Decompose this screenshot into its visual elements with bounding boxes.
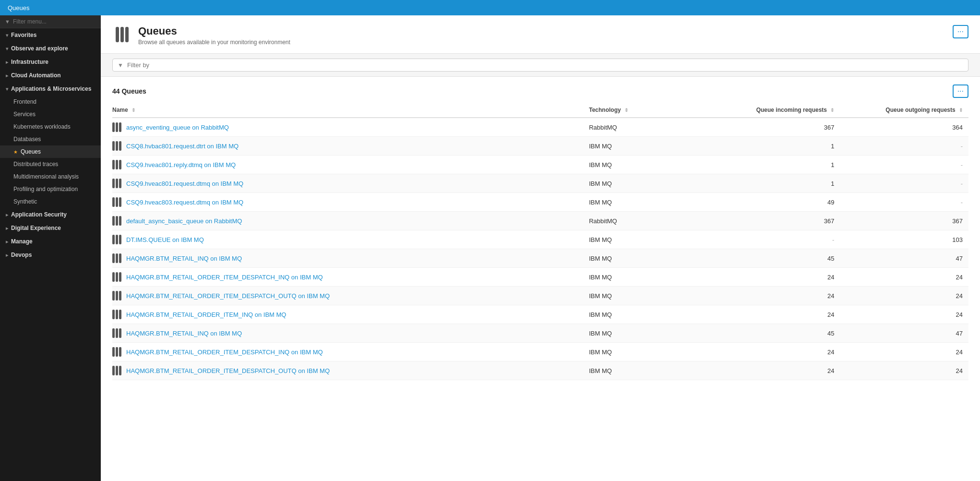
queue-name-link[interactable]: HAQMGR.BTM_RETAIL_ORDER_ITEM_DESPATCH_OU… (126, 292, 330, 300)
cell-outgoing: - (840, 156, 968, 174)
cell-name: CSQ9.hveac801.request.dtmq on IBM MQ (112, 174, 583, 193)
sidebar-item-queues[interactable]: ★ Queues (0, 145, 101, 158)
chevron-icon: ▸ (6, 226, 8, 231)
table-more-button[interactable]: ··· (953, 84, 968, 98)
queue-name-link[interactable]: CSQ8.hvbac801.request.dtrt on IBM MQ (126, 143, 239, 150)
queue-name-link[interactable]: HAQMGR.BTM_RETAIL_INQ on IBM MQ (126, 255, 242, 262)
queue-stripe-1 (116, 27, 119, 42)
table-head: Name ⇕ Technology ⇕ Queue incoming reque… (112, 103, 968, 118)
top-bar-title: Queues (8, 4, 30, 12)
chevron-icon: ▾ (6, 33, 8, 38)
header-more-button[interactable]: ··· (953, 25, 968, 38)
table-row: CSQ9.hveac803.request.dtmq on IBM MQ IBM… (112, 193, 968, 212)
cell-technology: RabbitMQ (583, 212, 712, 230)
queue-row-icon (112, 141, 121, 151)
queue-row-icon (112, 310, 121, 319)
cell-technology: IBM MQ (583, 156, 712, 174)
table-row: DT.IMS.QUEUE on IBM MQ IBM MQ - 103 (112, 230, 968, 249)
sort-icon-tech: ⇕ (624, 108, 628, 113)
cell-incoming: 45 (712, 324, 840, 343)
col-header-name[interactable]: Name ⇕ (112, 103, 583, 118)
filter-input-wrapper: ▼ (112, 59, 968, 72)
sidebar-group-apps[interactable]: ▾ Applications & Microservices (0, 82, 101, 96)
cell-outgoing: - (840, 137, 968, 156)
table-body: async_eventing_queue on RabbitMQ RabbitM… (112, 118, 968, 380)
sidebar-item-services[interactable]: Services (0, 108, 101, 120)
queue-name-link[interactable]: CSQ9.hveac803.request.dtmq on IBM MQ (126, 199, 243, 206)
cell-incoming: 1 (712, 156, 840, 174)
filter-input[interactable] (127, 61, 963, 69)
queue-name-link[interactable]: HAQMGR.BTM_RETAIL_INQ on IBM MQ (126, 330, 242, 337)
cell-technology: IBM MQ (583, 343, 712, 361)
sidebar-item-multidim[interactable]: Multidimensional analysis (0, 170, 101, 183)
cell-technology: IBM MQ (583, 361, 712, 380)
table-row: CSQ9.hveac801.reply.dtmq on IBM MQ IBM M… (112, 156, 968, 174)
cell-outgoing: 24 (840, 343, 968, 361)
cell-technology: IBM MQ (583, 287, 712, 305)
queue-name-link[interactable]: HAQMGR.BTM_RETAIL_ORDER_ITEM_DESPATCH_IN… (126, 349, 323, 356)
sidebar-group-devops[interactable]: ▸ Devops (0, 248, 101, 262)
sidebar-item-frontend[interactable]: Frontend (0, 96, 101, 108)
sidebar-item-synthetic[interactable]: Synthetic (0, 195, 101, 208)
sort-icon-name: ⇕ (131, 108, 135, 113)
cell-name: HAQMGR.BTM_RETAIL_ORDER_ITEM_DESPATCH_OU… (112, 287, 583, 305)
queue-name-link[interactable]: async_eventing_queue on RabbitMQ (126, 124, 229, 131)
cell-outgoing: 367 (840, 212, 968, 230)
page-subtitle: Browse all queues available in your moni… (138, 39, 290, 46)
sidebar-group-favorites[interactable]: ▾ Favorites (0, 28, 101, 42)
queue-stripe-3 (125, 27, 129, 42)
queue-name-link[interactable]: HAQMGR.BTM_RETAIL_ORDER_ITEM_DESPATCH_OU… (126, 367, 330, 374)
cell-incoming: 24 (712, 305, 840, 324)
cell-incoming: - (712, 230, 840, 249)
queue-row-icon (112, 272, 121, 282)
sidebar-item-profiling[interactable]: Profiling and optimization (0, 183, 101, 195)
sidebar-group-app-security[interactable]: ▸ Application Security (0, 208, 101, 221)
col-header-technology[interactable]: Technology ⇕ (583, 103, 712, 118)
queue-icon (116, 27, 129, 42)
cell-technology: IBM MQ (583, 324, 712, 343)
cell-name: HAQMGR.BTM_RETAIL_ORDER_ITEM_DESPATCH_OU… (112, 361, 583, 380)
cell-name: CSQ9.hveac803.request.dtmq on IBM MQ (112, 193, 583, 212)
sort-icon-incoming: ⇕ (830, 108, 834, 113)
sidebar-group-infrastructure[interactable]: ▸ Infrastructure (0, 55, 101, 69)
cell-incoming: 49 (712, 193, 840, 212)
filter-icon: ▼ (5, 19, 10, 24)
cell-outgoing: 24 (840, 287, 968, 305)
queue-name-link[interactable]: default_async_basic_queue on RabbitMQ (126, 217, 242, 225)
queue-name-link[interactable]: CSQ9.hveac801.request.dtmq on IBM MQ (126, 180, 243, 187)
queue-name-link[interactable]: HAQMGR.BTM_RETAIL_ORDER_ITEM_DESPATCH_IN… (126, 274, 323, 281)
cell-name: CSQ8.hvbac801.request.dtrt on IBM MQ (112, 137, 583, 156)
queue-row-icon (112, 366, 121, 375)
sidebar-filter-input[interactable] (13, 18, 96, 25)
sidebar-item-distributed[interactable]: Distributed traces (0, 158, 101, 170)
table-row: HAQMGR.BTM_RETAIL_ORDER_ITEM_INQ on IBM … (112, 305, 968, 324)
cell-outgoing: 364 (840, 118, 968, 137)
sidebar-group-cloud[interactable]: ▸ Cloud Automation (0, 69, 101, 82)
col-header-outgoing[interactable]: Queue outgoing requests ⇕ (840, 103, 968, 118)
table-row: CSQ8.hvbac801.request.dtrt on IBM MQ IBM… (112, 137, 968, 156)
page-icon (112, 25, 131, 44)
queue-row-icon (112, 122, 121, 132)
queue-name-link[interactable]: DT.IMS.QUEUE on IBM MQ (126, 236, 204, 243)
sidebar-group-manage[interactable]: ▸ Manage (0, 235, 101, 248)
queue-stripe-2 (120, 27, 124, 42)
queue-row-icon (112, 253, 121, 263)
sidebar-item-kubernetes[interactable]: Kubernetes workloads (0, 120, 101, 133)
cell-outgoing: - (840, 193, 968, 212)
table-row: async_eventing_queue on RabbitMQ RabbitM… (112, 118, 968, 137)
queue-row-icon (112, 160, 121, 169)
queue-name-link[interactable]: HAQMGR.BTM_RETAIL_ORDER_ITEM_INQ on IBM … (126, 311, 286, 318)
cell-incoming: 24 (712, 343, 840, 361)
cell-technology: IBM MQ (583, 230, 712, 249)
col-header-incoming[interactable]: Queue incoming requests ⇕ (712, 103, 840, 118)
page-title-block: Queues Browse all queues available in yo… (138, 25, 290, 46)
sidebar-item-databases[interactable]: Databases (0, 133, 101, 145)
page-title: Queues (138, 25, 290, 37)
cell-incoming: 1 (712, 174, 840, 193)
cell-name: HAQMGR.BTM_RETAIL_INQ on IBM MQ (112, 324, 583, 343)
sidebar-group-observe[interactable]: ▾ Observe and explore (0, 42, 101, 55)
queue-name-link[interactable]: CSQ9.hveac801.reply.dtmq on IBM MQ (126, 161, 236, 168)
cell-name: DT.IMS.QUEUE on IBM MQ (112, 230, 583, 249)
sidebar-group-digital[interactable]: ▸ Digital Experience (0, 221, 101, 235)
cell-name: default_async_basic_queue on RabbitMQ (112, 212, 583, 230)
